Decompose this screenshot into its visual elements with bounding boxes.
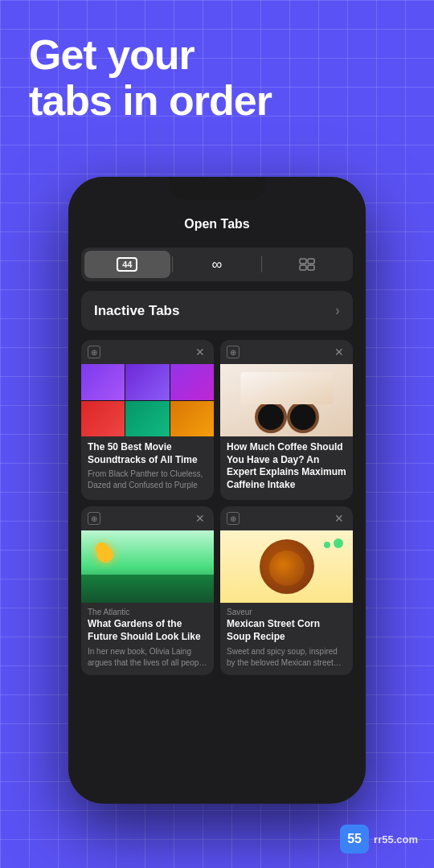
tab-card-body-movies: The 50 Best Movie Soundtracks of All Tim… [81,436,214,497]
tab-count-badge: 44 [117,257,137,272]
chevron-right-icon: › [335,302,340,319]
tab-card-body-coffee: How Much Coffee Should You Have a Day? A… [220,436,353,500]
thumb-cell-6 [170,401,214,437]
close-btn-garden[interactable]: ✕ [193,511,207,526]
thumb-coffee [220,364,353,436]
tab-card-coffee[interactable]: ⊕ ✕ How Much Coffee Should You Have a Da… [220,340,353,500]
svg-rect-3 [308,265,314,270]
tab-type-bar: 44 ∞ [81,248,353,281]
globe-icon-movies: ⊕ [91,348,97,357]
watermark-text: rr55.com [374,833,418,845]
watermark-logo: 55 [340,825,369,854]
thumb-movies [81,364,214,436]
tab-all-tabs[interactable]: 44 [84,251,170,278]
tab-card-garden[interactable]: ⊕ ✕ The Atlantic What Gardens of the Fut… [81,506,214,674]
tab-divider-1 [172,256,173,272]
tab-title-coffee: How Much Coffee Should You Have a Day? A… [227,441,346,491]
tab-source-soup: Saveur [227,608,346,616]
tab-card-movies[interactable]: ⊕ ✕ The 50 Best Movie Soundtracks of All… [81,340,214,500]
screen-title: Open Tabs [184,217,250,231]
tab-title-movies: The 50 Best Movie Soundtracks of All Tim… [88,441,207,466]
svg-rect-0 [300,259,306,264]
thumb-cell-3 [170,364,214,400]
close-btn-movies[interactable]: ✕ [193,345,207,359]
tab-excerpt-garden: In her new book, Olivia Laing argues tha… [88,646,207,669]
phone-screen: Open Tabs 44 ∞ [68,177,366,804]
tab-private[interactable]: ∞ [174,251,260,278]
close-btn-soup[interactable]: ✕ [332,511,346,526]
watermark: 55 rr55.com [340,825,418,854]
hero-section: Get your tabs in order [29,32,272,124]
globe-icon-coffee: ⊕ [230,348,236,357]
thumb-cell-2 [125,364,169,400]
tab-divider-2 [261,256,262,272]
tab-card-body-soup: Saveur Mexican Street Corn Soup Recipe S… [220,603,353,674]
svg-rect-1 [308,259,314,264]
thumb-cell-1 [81,364,125,400]
tab-favicon-movies: ⊕ [88,346,100,358]
tab-groups[interactable] [264,251,350,278]
inactive-tabs-banner[interactable]: Inactive Tabs › [81,291,353,330]
tab-title-soup: Mexican Street Corn Soup Recipe [227,618,346,643]
inactive-tabs-label: Inactive Tabs [94,303,179,319]
infinity-icon: ∞ [212,256,223,273]
globe-icon-soup: ⊕ [230,514,236,523]
tab-favicon-coffee: ⊕ [227,346,240,358]
hero-title: Get your tabs in order [29,32,272,124]
thumb-garden [81,530,214,603]
tab-favicon-soup: ⊕ [227,512,240,525]
tab-grid: ⊕ ✕ The 50 Best Movie Soundtracks of All… [68,340,366,675]
tab-favicon-garden: ⊕ [88,512,100,525]
tab-excerpt-movies: From Black Panther to Clueless, Dazed an… [88,469,207,491]
thumb-soup [220,530,353,603]
tab-card-header-garden: ⊕ ✕ [81,506,214,530]
close-btn-coffee[interactable]: ✕ [332,345,346,359]
phone-notch [169,177,265,199]
tab-excerpt-soup: Sweet and spicy soup, inspired by the be… [227,646,346,669]
tab-card-body-garden: The Atlantic What Gardens of the Future … [81,603,214,674]
svg-rect-2 [300,265,306,270]
tab-groups-icon [299,258,315,271]
tab-title-garden: What Gardens of the Future Should Look L… [88,618,207,643]
phone-mockup: Open Tabs 44 ∞ [68,177,366,804]
thumb-cell-4 [81,401,125,437]
globe-icon-garden: ⊕ [91,514,97,523]
tab-card-header-soup: ⊕ ✕ [220,506,353,530]
tab-card-header-coffee: ⊕ ✕ [220,340,353,364]
tab-card-header-movies: ⊕ ✕ [81,340,214,364]
tab-source-garden: The Atlantic [88,608,207,616]
tab-card-soup[interactable]: ⊕ ✕ Saveur Mexican Street Corn Soup Reci… [220,506,353,674]
thumb-cell-5 [125,401,169,437]
